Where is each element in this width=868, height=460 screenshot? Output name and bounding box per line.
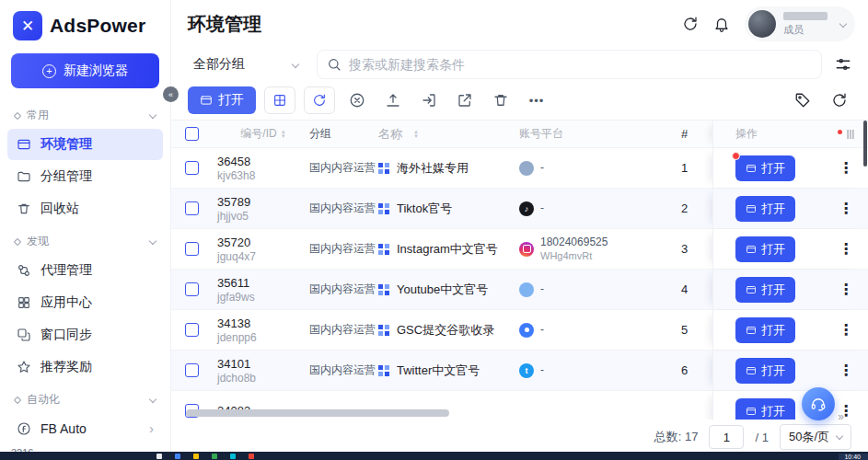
table-row[interactable]: 35720 jguq4x7 国内内容运营 Instagram中文官号 18024… xyxy=(171,229,868,270)
window-icon xyxy=(17,137,31,152)
column-header-name[interactable]: 名称 xyxy=(378,121,519,147)
taskbar-icon[interactable] xyxy=(193,454,199,459)
trash-icon xyxy=(492,92,509,109)
open-env-button[interactable]: 打开 xyxy=(735,196,795,222)
platform-account-sub: WHg4mvRt xyxy=(540,249,608,262)
row-checkbox[interactable] xyxy=(185,282,199,296)
env-table: 编号/ID 分组 名称 账号平台 # 操作 36458 xyxy=(171,120,868,420)
row-index: 2 xyxy=(681,189,712,228)
open-env-button[interactable]: 打开 xyxy=(735,398,795,420)
horizontal-scrollbar[interactable] xyxy=(186,409,449,417)
sidebar-collapse-button[interactable]: « xyxy=(163,86,179,102)
sidebar-item-proxy-management[interactable]: 代理管理 xyxy=(7,255,163,286)
row-index: 5 xyxy=(681,310,712,350)
taskbar-icon[interactable] xyxy=(156,454,162,459)
user-profile-menu[interactable]: 成员 xyxy=(745,6,855,41)
export-button[interactable] xyxy=(451,86,479,114)
chevron-down-icon xyxy=(149,395,156,402)
open-env-button[interactable]: 打开 xyxy=(735,236,795,262)
section-icon xyxy=(14,111,21,119)
open-env-button[interactable]: 打开 xyxy=(735,358,795,384)
row-checkbox[interactable] xyxy=(185,323,199,337)
sidebar-item-recycle-bin[interactable]: 回收站 xyxy=(7,193,163,224)
expand-chevrons-icon[interactable]: » xyxy=(838,410,844,423)
sidebar: ✕ AdsPower + 新建浏览器 常用 环境管理 分组管理 回收站 xyxy=(0,0,171,460)
tag-icon[interactable] xyxy=(794,92,811,109)
column-header-id[interactable]: 编号/ID xyxy=(217,121,309,147)
table-row[interactable]: 36458 kjv63h8 国内内容运营 海外社媒专用 - 1 xyxy=(171,148,868,189)
batch-windows-button[interactable] xyxy=(264,86,295,114)
platform-generic-icon xyxy=(519,282,534,297)
filter-sliders-icon[interactable] xyxy=(835,56,851,73)
row-checkbox[interactable] xyxy=(185,242,199,256)
sidebar-item-app-center[interactable]: 应用中心 xyxy=(7,287,163,318)
open-env-button[interactable]: 打开 xyxy=(735,317,795,343)
window-icon xyxy=(746,325,757,336)
row-checkbox[interactable] xyxy=(185,201,199,215)
group-filter-select[interactable]: 全部分组 xyxy=(188,52,304,76)
bulk-open-button[interactable]: 打开 xyxy=(188,86,256,114)
table-row[interactable]: 35611 jgfa9ws 国内内容运营 Youtube中文官号 - 4 xyxy=(171,270,868,310)
sidebar-item-window-sync[interactable]: 窗口同步 xyxy=(7,319,163,351)
delete-button[interactable] xyxy=(487,86,515,114)
open-env-button[interactable]: 打开 xyxy=(735,155,795,181)
search-input[interactable] xyxy=(349,57,812,72)
row-checkbox[interactable] xyxy=(185,161,199,175)
upload-button[interactable] xyxy=(379,86,407,114)
env-name: Tiktok官号 xyxy=(397,201,452,217)
notification-badge xyxy=(732,152,740,160)
row-menu-icon[interactable]: ⋮ xyxy=(839,240,853,258)
sidebar-item-env-management[interactable]: 环境管理 xyxy=(7,129,163,160)
taskbar-icon[interactable] xyxy=(230,454,236,459)
column-header-actions: 操作 xyxy=(712,121,868,147)
notification-bell-icon[interactable] xyxy=(713,16,730,32)
sidebar-menu: 常用 环境管理 分组管理 回收站 发现 代理管理 xyxy=(0,99,170,460)
refresh-envs-button[interactable] xyxy=(304,86,335,114)
open-env-button[interactable]: 打开 xyxy=(735,277,795,303)
page-size-select[interactable]: 50条/页 xyxy=(780,424,851,450)
plus-icon: + xyxy=(42,64,56,78)
sidebar-item-fb-auto[interactable]: FB Auto › xyxy=(7,413,163,444)
page-number-input[interactable] xyxy=(709,425,744,449)
taskbar-icon[interactable] xyxy=(212,454,217,459)
row-menu-icon[interactable]: ⋮ xyxy=(839,362,853,379)
select-all-checkbox[interactable] xyxy=(185,127,199,141)
row-menu-icon[interactable]: ⋮ xyxy=(839,281,853,298)
sort-icon xyxy=(281,130,286,139)
section-discover[interactable]: 发现 xyxy=(7,225,163,254)
taskbar-icon[interactable] xyxy=(249,454,254,459)
total-count-label: 总数: 17 xyxy=(654,429,699,445)
sidebar-item-group-management[interactable]: 分组管理 xyxy=(7,161,163,192)
row-checkbox[interactable] xyxy=(185,363,199,377)
new-browser-button[interactable]: + 新建浏览器 xyxy=(11,53,159,88)
row-menu-icon[interactable]: ⋮ xyxy=(839,321,853,339)
section-automation[interactable]: 自动化 xyxy=(7,384,163,412)
close-all-button[interactable] xyxy=(343,86,371,114)
table-row[interactable]: 34101 jdcho8b 国内内容运营 Twitter中文官号 - 6 xyxy=(171,351,868,391)
import-button[interactable] xyxy=(415,86,443,114)
main-area: « 环境管理 成员 全部分组 xyxy=(171,0,868,460)
sidebar-item-referral-rewards[interactable]: 推荐奖励 xyxy=(7,351,163,383)
env-name-grid-icon xyxy=(378,244,389,255)
vertical-scrollbar[interactable] xyxy=(863,121,867,167)
table-row[interactable]: 35789 jhjjvo5 国内内容运营 Tiktok官号 - 2 xyxy=(171,189,868,229)
grid-icon xyxy=(272,93,287,108)
more-actions-button[interactable]: ••• xyxy=(523,86,550,114)
sync-windows-icon xyxy=(17,328,31,342)
env-code: jgfa9ws xyxy=(217,291,255,304)
sync-icon[interactable] xyxy=(682,16,699,32)
taskbar-clock: 10:40 xyxy=(839,454,868,460)
proxy-icon xyxy=(17,263,31,278)
table-row[interactable]: 34138 jdenpp6 国内内容运营 GSC提交谷歌收录 - 5 xyxy=(171,310,868,351)
row-menu-icon[interactable]: ⋮ xyxy=(839,159,853,177)
section-common[interactable]: 常用 xyxy=(7,99,163,128)
column-settings-icon[interactable] xyxy=(844,128,857,141)
red-dot-badge xyxy=(838,130,842,134)
window-icon xyxy=(746,365,757,376)
taskbar-icon[interactable] xyxy=(175,454,180,459)
support-button[interactable] xyxy=(802,387,835,420)
reload-table-icon[interactable] xyxy=(831,92,848,109)
user-name-redacted xyxy=(783,12,827,20)
row-menu-icon[interactable]: ⋮ xyxy=(839,200,853,217)
chevron-down-icon xyxy=(836,432,843,440)
